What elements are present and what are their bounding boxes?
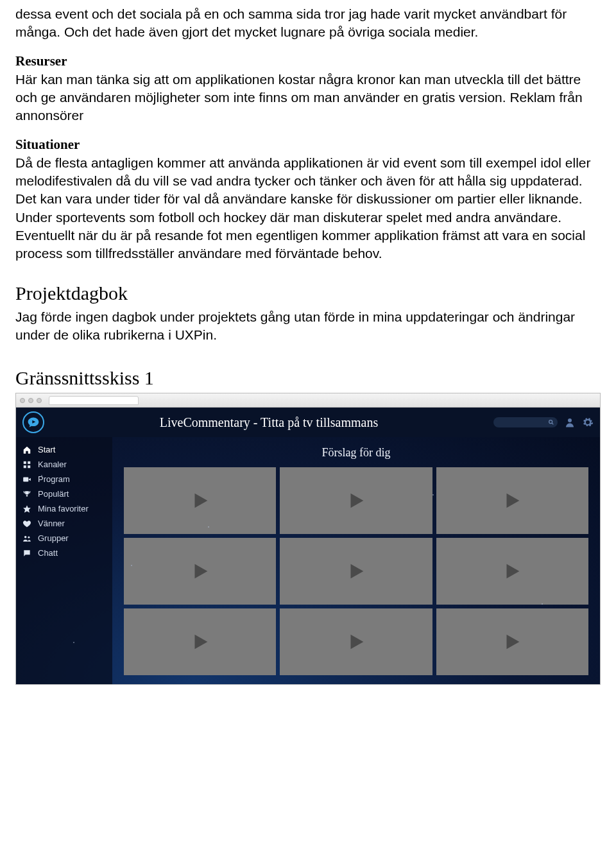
video-tile[interactable] bbox=[280, 467, 432, 534]
video-icon bbox=[22, 475, 31, 484]
window-dot bbox=[28, 398, 33, 403]
window-dot bbox=[37, 398, 42, 403]
star-icon bbox=[22, 504, 31, 513]
video-tile[interactable] bbox=[436, 467, 588, 534]
app-body: StartKanalerProgramPopulärtMina favorite… bbox=[16, 437, 600, 684]
sidebar-item-label: Mina favoriter bbox=[38, 504, 89, 513]
gear-icon[interactable] bbox=[582, 417, 594, 428]
play-icon bbox=[345, 490, 367, 512]
sidebar-item-chatt[interactable]: Chatt bbox=[16, 546, 112, 560]
app-logo[interactable] bbox=[22, 411, 44, 433]
suggestion-title: Förslag för dig bbox=[124, 446, 588, 460]
topbar-right bbox=[493, 417, 594, 428]
intro-paragraph: dessa event och det sociala på en och sa… bbox=[15, 5, 601, 42]
svg-marker-14 bbox=[350, 494, 363, 508]
play-icon bbox=[189, 490, 211, 512]
projektdagbok-heading: Projektdagbok bbox=[15, 282, 601, 304]
play-icon bbox=[345, 631, 367, 653]
play-icon bbox=[345, 560, 367, 582]
app-topbar: LiveCommentary - Titta på tv tillsammans bbox=[16, 408, 600, 437]
video-tile[interactable] bbox=[124, 538, 276, 605]
sidebar-item-label: Grupper bbox=[38, 533, 69, 543]
video-grid bbox=[124, 467, 588, 675]
video-tile[interactable] bbox=[436, 608, 588, 675]
trophy-icon bbox=[22, 490, 31, 499]
sidebar: StartKanalerProgramPopulärtMina favorite… bbox=[16, 437, 112, 684]
user-icon[interactable] bbox=[564, 417, 576, 428]
sidebar-item-mina-favoriter[interactable]: Mina favoriter bbox=[16, 501, 112, 516]
svg-marker-9 bbox=[28, 478, 31, 481]
situationer-body: Då de flesta antagligen kommer att använ… bbox=[15, 154, 601, 263]
svg-rect-4 bbox=[24, 461, 26, 464]
grid-icon bbox=[22, 460, 31, 469]
sidebar-item-label: Chatt bbox=[38, 548, 58, 558]
play-icon bbox=[501, 560, 523, 582]
sidebar-item-vänner[interactable]: Vänner bbox=[16, 516, 112, 531]
chat-icon bbox=[22, 549, 31, 558]
browser-chrome bbox=[16, 393, 600, 408]
video-tile[interactable] bbox=[124, 608, 276, 675]
svg-marker-17 bbox=[350, 564, 363, 579]
svg-rect-7 bbox=[28, 465, 30, 468]
play-icon bbox=[189, 560, 211, 582]
browser-tab bbox=[49, 396, 139, 405]
resurser-body: Här kan man tänka sig att om applikation… bbox=[15, 71, 601, 125]
users-icon bbox=[22, 534, 31, 543]
search-icon bbox=[548, 419, 554, 426]
window-dot bbox=[20, 398, 25, 403]
svg-line-2 bbox=[552, 424, 553, 425]
svg-marker-19 bbox=[194, 635, 207, 650]
play-icon bbox=[501, 490, 523, 512]
svg-marker-21 bbox=[507, 635, 520, 650]
skiss-heading: Gränssnittsskiss 1 bbox=[15, 367, 601, 389]
ui-mockup: LiveCommentary - Titta på tv tillsammans… bbox=[15, 393, 601, 685]
sidebar-item-start[interactable]: Start bbox=[16, 442, 112, 457]
video-tile[interactable] bbox=[280, 538, 432, 605]
svg-rect-8 bbox=[23, 477, 28, 481]
resurser-heading: Resurser bbox=[15, 53, 601, 69]
svg-point-3 bbox=[568, 418, 572, 422]
svg-point-12 bbox=[28, 537, 30, 538]
sidebar-item-kanaler[interactable]: Kanaler bbox=[16, 457, 112, 472]
app-title: LiveCommentary - Titta på tv tillsammans bbox=[44, 415, 493, 430]
svg-marker-16 bbox=[194, 564, 207, 579]
svg-rect-6 bbox=[24, 465, 26, 468]
play-icon bbox=[189, 631, 211, 653]
video-tile[interactable] bbox=[436, 538, 588, 605]
svg-point-1 bbox=[549, 420, 552, 424]
svg-point-11 bbox=[24, 536, 27, 538]
home-icon bbox=[22, 445, 31, 454]
heart-icon bbox=[22, 519, 31, 528]
sidebar-item-program[interactable]: Program bbox=[16, 472, 112, 487]
video-tile[interactable] bbox=[124, 467, 276, 534]
svg-rect-5 bbox=[28, 461, 30, 464]
sidebar-item-grupper[interactable]: Grupper bbox=[16, 531, 112, 546]
sidebar-item-label: Vänner bbox=[38, 519, 65, 528]
video-tile[interactable] bbox=[280, 608, 432, 675]
sidebar-item-label: Populärt bbox=[38, 489, 69, 499]
projektdagbok-body: Jag förde ingen dagbok under projektets … bbox=[15, 308, 601, 345]
sidebar-item-label: Kanaler bbox=[38, 460, 67, 469]
svg-marker-20 bbox=[350, 635, 363, 650]
chat-bubble-icon bbox=[27, 416, 40, 429]
sidebar-item-label: Program bbox=[38, 474, 70, 484]
search-input[interactable] bbox=[493, 417, 558, 427]
svg-marker-18 bbox=[507, 564, 520, 579]
main-area: Förslag för dig bbox=[112, 437, 600, 684]
svg-marker-13 bbox=[194, 494, 207, 508]
sidebar-item-populärt[interactable]: Populärt bbox=[16, 487, 112, 501]
sidebar-item-label: Start bbox=[38, 445, 55, 454]
situationer-heading: Situationer bbox=[15, 137, 601, 153]
svg-marker-10 bbox=[23, 505, 31, 513]
play-icon bbox=[501, 631, 523, 653]
svg-marker-15 bbox=[507, 494, 520, 508]
